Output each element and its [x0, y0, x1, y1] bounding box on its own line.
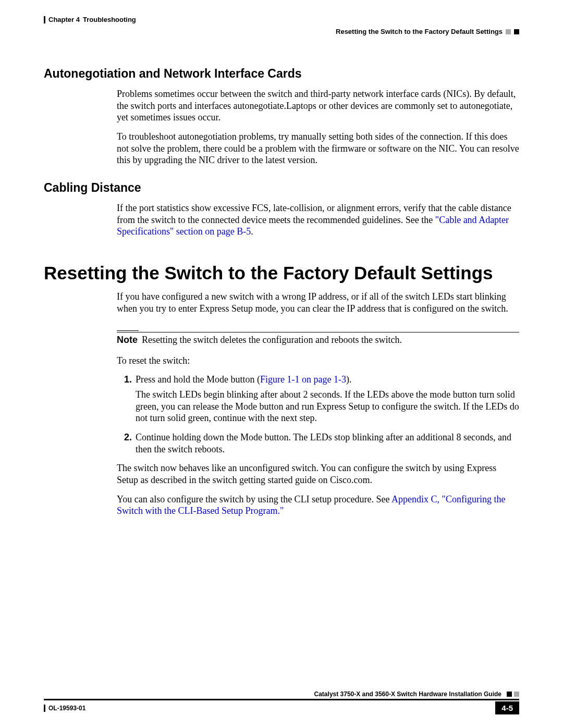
step-2: Continue holding down the Mode button. T… [134, 431, 519, 455]
paragraph: To reset the switch: [117, 355, 519, 367]
paragraph: If the port statistics show excessive FC… [117, 202, 519, 238]
footer-square-icon [514, 692, 519, 697]
page-header: Chapter 4 Troubleshooting Resetting the … [44, 16, 519, 35]
heading-cabling-distance: Cabling Distance [44, 181, 519, 195]
note-text: Resetting the switch deletes the configu… [142, 335, 519, 346]
text: ). [346, 374, 352, 385]
page-number: 4-5 [495, 701, 519, 714]
note-rule-icon [117, 330, 139, 331]
chapter-title: Troubleshooting [83, 16, 136, 23]
text: . [251, 226, 253, 237]
header-section-title: Resetting the Switch to the Factory Defa… [336, 28, 503, 35]
heading-resetting-switch: Resetting the Switch to the Factory Defa… [44, 263, 519, 283]
header-section-row: Resetting the Switch to the Factory Defa… [44, 28, 519, 35]
header-square-icon [514, 29, 519, 34]
heading-autonegotiation: Autonegotiation and Network Interface Ca… [44, 67, 519, 81]
paragraph: If you have configured a new switch with… [117, 291, 519, 314]
footer-bar-icon [44, 705, 45, 712]
paragraph: Problems sometimes occur between the swi… [117, 88, 519, 124]
link-figure-1-1[interactable]: Figure 1-1 on page 1-3 [260, 374, 346, 385]
step-1: Press and hold the Mode button (Figure 1… [134, 374, 519, 424]
text: Press and hold the Mode button ( [136, 374, 260, 385]
header-square-icon [506, 29, 511, 34]
chapter-number: Chapter 4 [48, 16, 80, 23]
header-chapter-row: Chapter 4 Troubleshooting [44, 16, 519, 23]
paragraph: The switch now behaves like an unconfigu… [117, 462, 519, 486]
header-bar-icon [44, 16, 45, 23]
footer-doc-id: OL-19593-01 [48, 705, 85, 712]
paragraph: To troubleshoot autonegotiation problems… [117, 131, 519, 166]
footer-square-icon [507, 692, 512, 697]
steps-list: Press and hold the Mode button (Figure 1… [117, 374, 519, 455]
note-block: Note Resetting the switch deletes the co… [117, 330, 519, 346]
footer-guide-title: Catalyst 3750-X and 3560-X Switch Hardwa… [314, 690, 501, 698]
text: You can also configure the switch by usi… [117, 494, 391, 504]
paragraph: You can also configure the switch by usi… [117, 493, 519, 517]
page-footer: Catalyst 3750-X and 3560-X Switch Hardwa… [44, 690, 519, 714]
note-label: Note [117, 335, 142, 346]
step-1-detail: The switch LEDs begin blinking after abo… [136, 389, 519, 424]
